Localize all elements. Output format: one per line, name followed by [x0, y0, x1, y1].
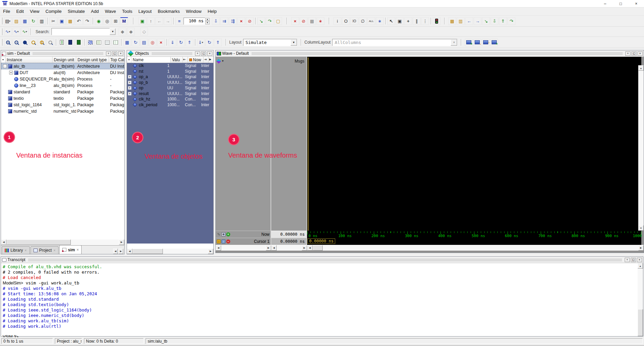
tree-row-alu-tb[interactable]: -alu_tb alu_tb(sim) Architecture DU Inst…	[1, 63, 124, 69]
object-expander[interactable]: +	[128, 92, 131, 95]
object-row-clk-hz[interactable]: clk_hz1000...Con...Inter	[127, 96, 213, 102]
layout-combobox[interactable]: Simulate ▼	[243, 39, 297, 46]
wave-values-column[interactable]	[271, 65, 307, 231]
reload-button[interactable]: ↻	[29, 17, 37, 25]
invert-wave-button[interactable]: ◎	[149, 39, 156, 46]
scroll-left-icon[interactable]: ◀	[1, 239, 6, 245]
search-options-button[interactable]: ◇	[140, 28, 148, 36]
redo-button[interactable]: ↷	[83, 17, 91, 25]
scroll-left-icon[interactable]: ◀	[271, 245, 277, 251]
tab-sim[interactable]: sim×	[59, 245, 82, 254]
objects-hscrollbar[interactable]: ◀ ▶	[127, 248, 213, 254]
messages-view-icon[interactable]: ▦	[221, 232, 226, 236]
transcript-header[interactable]: Transcript + ◱ ×	[1, 257, 643, 263]
modelsim-home-button[interactable]: M	[120, 17, 128, 25]
wave-cursor-line[interactable]	[308, 57, 308, 231]
object-row-op-b[interactable]: +op_bUUUU...SignalInter	[127, 80, 213, 86]
menu-help[interactable]: Help	[205, 8, 220, 15]
object-row-clk-period[interactable]: clk_period1000...Con...Inter	[127, 102, 213, 108]
insert-cursor-button[interactable]: ⇓	[169, 39, 176, 46]
zoom-full-button[interactable]	[21, 39, 29, 46]
filter-internal-button[interactable]: ∅	[359, 17, 367, 25]
zoom-mode-button[interactable]: ▣	[396, 17, 404, 25]
scroll-down-icon[interactable]: ▼	[638, 225, 644, 231]
object-expander[interactable]: +	[128, 75, 131, 78]
wave-names-column[interactable]	[216, 65, 271, 231]
column-now[interactable]: Now	[188, 57, 203, 63]
run-button[interactable]: ⇩	[212, 17, 220, 25]
goto-context-button[interactable]: ▣	[138, 17, 146, 25]
tree-expander[interactable]: -	[3, 64, 7, 68]
scroll-right-icon[interactable]: ▶	[638, 245, 644, 251]
minimize-button[interactable]: –	[597, 0, 613, 7]
select-mode-button[interactable]: ↖	[387, 17, 395, 25]
tab-close-icon[interactable]: ×	[53, 249, 56, 252]
tree-row-std-logic-1164[interactable]: std_logic_1164 std_logic_1... Package Pa…	[1, 101, 124, 108]
next-transition-button[interactable]: ↻	[206, 39, 213, 46]
tree-row-standard[interactable]: standard standard Package Package	[1, 89, 124, 95]
remove-column-button[interactable]	[473, 39, 481, 46]
sim-panel-drag-handle[interactable]	[33, 52, 103, 55]
find-button[interactable]: ◎	[103, 17, 111, 25]
paste-button[interactable]: ▩	[66, 17, 74, 25]
column-design-unit-type[interactable]: Design unit type	[76, 57, 109, 63]
scroll-right-icon[interactable]: ▶	[208, 249, 213, 254]
wave-panel-drag-handle[interactable]	[252, 52, 623, 55]
step-into-button[interactable]: ↘	[257, 17, 265, 25]
objects-panel-close-button[interactable]: ×	[207, 51, 212, 56]
run-continue-button[interactable]: ⇉	[220, 17, 228, 25]
wave-msgs-header[interactable]: Msgs	[271, 57, 307, 65]
toolbar-grip[interactable]	[1, 18, 2, 24]
object-row-result[interactable]: +resultUUUU...SignalInter	[127, 91, 213, 97]
menu-edit[interactable]: Edit	[13, 8, 27, 15]
cursor-time-box[interactable]: 0.00000 ns	[307, 238, 335, 244]
breakpoints-button[interactable]	[433, 17, 441, 25]
compile-button[interactable]: ◉	[95, 17, 103, 25]
find-previous-transition-button[interactable]: ←	[465, 17, 473, 25]
scroll-left-icon[interactable]: ◀	[307, 245, 313, 251]
scroll-right-icon[interactable]: ▶	[302, 245, 307, 251]
search-prev-button[interactable]: ◆	[127, 28, 135, 36]
restore-cursor-button[interactable]: ↻	[177, 39, 185, 46]
transcript-close-button[interactable]: ×	[637, 258, 642, 262]
play-icon[interactable]: ▶	[209, 57, 213, 63]
object-row-rst[interactable]: rst1SignalInter	[127, 69, 213, 74]
menu-add[interactable]: Add	[88, 8, 102, 15]
tree-row-dut[interactable]: +DUT alu(rtl) Architecture DU Insta	[1, 69, 124, 76]
print-button[interactable]: ▥	[38, 17, 46, 25]
wave-panel-add-button[interactable]: +	[625, 51, 630, 56]
menu-file[interactable]: File	[0, 8, 13, 15]
scroll-up-icon[interactable]: ▲	[638, 263, 643, 269]
pattern-mask-button[interactable]	[86, 39, 94, 46]
column-value[interactable]: Valu	[171, 57, 183, 63]
column-instance[interactable]: Instance	[5, 57, 52, 63]
wave-hscrollbar[interactable]: ◀ ▶	[307, 245, 644, 251]
filter-icon[interactable]: ▼	[127, 57, 131, 63]
add-wave-cursor-button[interactable]: ▥	[457, 17, 465, 25]
tree-row-textio[interactable]: textio textio Package Package	[1, 95, 124, 101]
tabs-scroll-right-icon[interactable]: ▶	[119, 249, 123, 254]
find-first-edge-button[interactable]: ↘	[482, 17, 490, 25]
object-expander[interactable]: +	[128, 86, 131, 90]
snap-left-icon[interactable]: ⇤	[183, 57, 188, 63]
chevron-down-icon[interactable]: ▼	[221, 60, 224, 63]
forward-button[interactable]: →	[164, 17, 172, 25]
filter-input-ports-button[interactable]: i	[334, 17, 341, 25]
wave-vscrollbar[interactable]: ▲ ▼	[638, 65, 644, 231]
wave-values-hscrollbar[interactable]: ◀ ▶	[271, 245, 307, 251]
pattern-edges-button[interactable]	[95, 39, 103, 46]
menu-layout[interactable]: Layout	[135, 8, 155, 15]
last-transition-button[interactable]: ⇑	[214, 39, 222, 46]
menu-view[interactable]: View	[27, 8, 42, 15]
scroll-right-icon[interactable]: ▶	[119, 239, 124, 245]
pattern-dots-button[interactable]	[112, 39, 120, 46]
filter-output-ports-button[interactable]: O	[342, 17, 350, 25]
cursor-navy-button[interactable]	[66, 39, 74, 46]
menu-compile[interactable]: Compile	[42, 8, 65, 15]
run-length-spinner[interactable]: ▲▼	[205, 18, 210, 24]
tree-row-sequencer[interactable]: SEQUENCER_PR... alu_tb(sim) Process -	[1, 76, 124, 82]
toolbar-grip[interactable]	[1, 39, 2, 46]
sim-panel-add-button[interactable]: +	[106, 51, 111, 56]
filter-icon[interactable]: ▼	[1, 57, 5, 63]
close-button[interactable]: ×	[628, 0, 644, 7]
